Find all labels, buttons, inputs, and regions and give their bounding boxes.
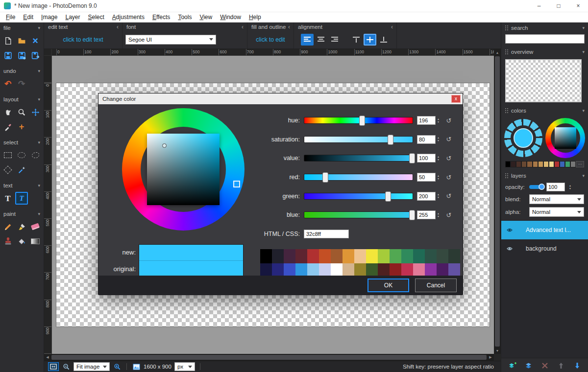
new-image-button[interactable]	[1, 34, 14, 47]
saturation-reset-button[interactable]: ↺	[445, 136, 453, 143]
move-tool-button[interactable]	[29, 106, 42, 118]
saturation-slider-handle[interactable]	[388, 135, 393, 145]
palette-swatch[interactable]	[295, 249, 307, 263]
minimize-button[interactable]: –	[529, 0, 549, 12]
zoom-tool-button[interactable]	[15, 106, 28, 118]
move-layer-up-button[interactable]	[555, 360, 567, 371]
align-center-button[interactable]	[315, 34, 327, 46]
quick-color-swatch[interactable]	[543, 161, 549, 167]
layer-row-advanced-text[interactable]: Advanced text l...	[501, 221, 588, 239]
basic-text-tool-button[interactable]: T	[1, 192, 14, 205]
fill-outline-link[interactable]: click to edit	[256, 36, 285, 43]
hue-spinner[interactable]: ▲▼	[436, 118, 441, 123]
hue-slider-handle[interactable]	[359, 116, 365, 126]
toolbox-section-text[interactable]: text▾	[0, 180, 44, 191]
menu-layer[interactable]: Layer	[61, 13, 84, 22]
scroll-right-icon[interactable]: ▶	[487, 354, 494, 361]
menu-view[interactable]: View	[196, 13, 216, 22]
menu-help[interactable]: Help	[245, 13, 265, 22]
align-middle-button[interactable]	[364, 34, 376, 46]
close-button[interactable]: ×	[568, 0, 588, 12]
opacity-slider[interactable]	[529, 185, 544, 189]
clone-stamp-tool-button[interactable]	[1, 235, 14, 248]
palette-swatch[interactable]	[390, 249, 401, 263]
palette-more-button[interactable]: ···	[576, 161, 584, 167]
value-reset-button[interactable]: ↺	[445, 155, 453, 162]
palette-swatch[interactable]	[307, 249, 319, 263]
toolbox-section-file[interactable]: file▾	[0, 23, 44, 33]
redo-button[interactable]: ↷	[15, 77, 28, 90]
overview-thumbnail[interactable]	[505, 59, 582, 102]
green-slider[interactable]	[304, 193, 413, 200]
dialog-close-button[interactable]: x	[451, 95, 461, 103]
menu-edit[interactable]: Edit	[19, 13, 37, 22]
layer-visibility-eye-icon[interactable]	[506, 246, 513, 252]
scroll-up-icon[interactable]: ▲	[494, 49, 501, 56]
color-harmony-wheel[interactable]	[504, 119, 542, 157]
saturation-value-square[interactable]	[147, 134, 220, 205]
palette-swatch[interactable]	[366, 249, 378, 263]
red-spinner[interactable]: ▲▼	[436, 175, 441, 180]
unit-dropdown[interactable]: px	[174, 362, 195, 371]
paintbrush-tool-button[interactable]	[15, 220, 28, 233]
palette-swatch[interactable]	[448, 249, 460, 263]
vertical-scrollbar[interactable]: ▲ ▼	[494, 49, 501, 354]
sv-selector-dot[interactable]	[162, 143, 167, 148]
layer-visibility-eye-icon[interactable]	[506, 227, 513, 233]
opacity-input[interactable]	[546, 183, 565, 191]
quick-color-swatch[interactable]	[511, 161, 516, 167]
menu-effects[interactable]: Effects	[148, 13, 174, 22]
quick-color-swatch[interactable]	[565, 161, 570, 167]
open-image-button[interactable]	[15, 34, 28, 47]
hue-reset-button[interactable]: ↺	[445, 117, 453, 124]
export-button[interactable]	[29, 49, 42, 62]
mini-sv-square[interactable]	[555, 127, 576, 149]
value-spinner[interactable]: ▲▼	[436, 156, 441, 161]
horizontal-scroll-thumb[interactable]	[51, 355, 487, 360]
alpha-mode-dropdown[interactable]: Normal	[529, 207, 584, 217]
value-slider-handle[interactable]	[409, 153, 415, 163]
blue-spinner[interactable]: ▲▼	[436, 212, 441, 218]
saturation-spinner[interactable]: ▲▼	[436, 137, 441, 142]
collapse-left-icon[interactable]: ‹	[117, 24, 119, 30]
blue-slider-handle[interactable]	[409, 210, 415, 220]
palette-swatch[interactable]	[260, 249, 272, 263]
quick-color-swatch[interactable]	[527, 161, 532, 167]
dialog-title-bar[interactable]: Change color x	[98, 93, 463, 104]
menu-window[interactable]: Window	[216, 13, 245, 22]
gradient-tool-button[interactable]	[29, 235, 42, 248]
layers-panel-header[interactable]: layers ▾	[501, 170, 588, 181]
fit-image-button[interactable]	[48, 362, 59, 371]
red-reset-button[interactable]: ↺	[445, 174, 453, 181]
add-layer-button[interactable]	[507, 360, 518, 371]
align-left-button[interactable]	[301, 34, 314, 46]
layer-row-background[interactable]: background	[501, 239, 588, 258]
move-layer-down-button[interactable]	[571, 360, 583, 371]
delete-layer-button[interactable]	[539, 360, 551, 371]
palette-swatch[interactable]	[425, 249, 437, 263]
quick-color-swatch[interactable]	[505, 161, 511, 167]
saturation-slider[interactable]	[304, 136, 413, 143]
collapse-left-icon[interactable]: ‹	[242, 24, 244, 30]
palette-swatch[interactable]	[378, 249, 390, 263]
scroll-down-icon[interactable]: ▼	[494, 347, 501, 354]
align-top-button[interactable]	[350, 34, 363, 46]
quick-color-swatch[interactable]	[516, 161, 521, 167]
pencil-tool-button[interactable]	[1, 220, 14, 233]
toolbox-section-layout[interactable]: layout▾	[0, 94, 44, 105]
measure-tool-button[interactable]: +	[15, 120, 28, 133]
value-input[interactable]	[417, 154, 436, 163]
quick-color-swatch[interactable]	[554, 161, 560, 167]
quick-color-swatch[interactable]	[570, 161, 576, 167]
mini-color-wheel[interactable]	[545, 118, 585, 158]
cancel-button[interactable]: Cancel	[415, 279, 457, 292]
zoom-out-button[interactable]	[62, 362, 71, 371]
blue-reset-button[interactable]: ↺	[445, 211, 453, 219]
advanced-text-tool-button[interactable]: T	[15, 192, 28, 205]
magic-wand-tool-button[interactable]	[15, 163, 28, 176]
vertical-scroll-thumb[interactable]	[495, 56, 500, 347]
menu-image[interactable]: Image	[37, 13, 61, 22]
quick-color-swatch[interactable]	[560, 161, 565, 167]
align-right-button[interactable]	[328, 34, 341, 46]
opacity-spinner[interactable]: ▲▼	[567, 185, 573, 190]
